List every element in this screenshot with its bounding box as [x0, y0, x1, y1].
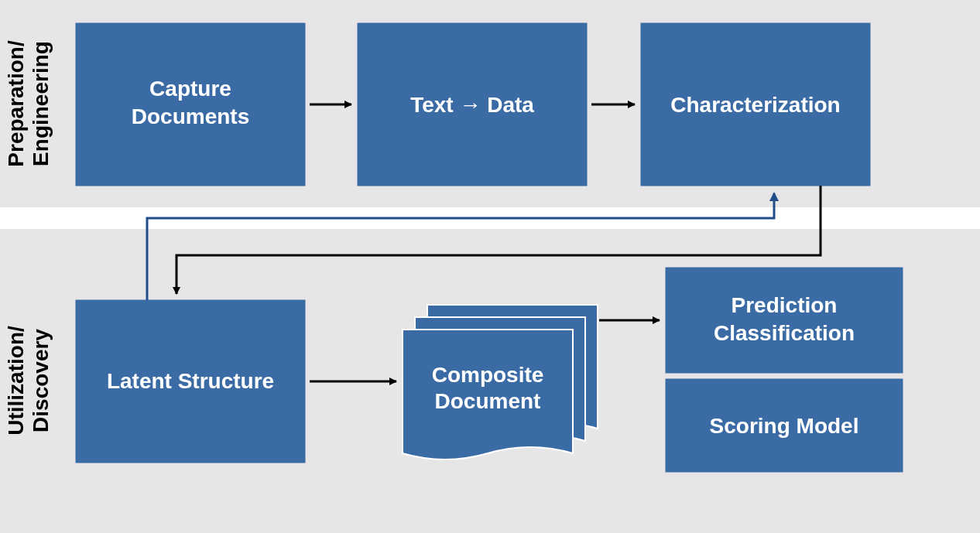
svg-text:Engineering: Engineering: [29, 41, 53, 166]
node-capture-documents: Capture Documents: [76, 23, 305, 186]
node-text-to-data: Text → Data: [358, 23, 587, 186]
node-characterization-label: Characterization: [670, 93, 840, 117]
node-scoring-model: Scoring Model: [666, 379, 903, 472]
section-bottom-label-1: Utilization/: [4, 326, 28, 436]
section-top-label-1: Preparation/: [4, 40, 28, 167]
node-latent-label: Latent Structure: [107, 369, 274, 393]
pipeline-diagram: Preparation/ Engineering Utilization/ Di…: [0, 0, 980, 533]
svg-text:Preparation/: Preparation/: [4, 40, 28, 167]
node-composite-line2: Document: [435, 389, 541, 413]
node-prediction-line2: Classification: [714, 321, 855, 345]
svg-text:Discovery: Discovery: [29, 329, 53, 432]
node-composite-document: Composite Document: [403, 305, 598, 460]
node-text-to-data-label: Text → Data: [410, 93, 534, 117]
section-preparation-label: Preparation/ Engineering: [4, 40, 53, 167]
section-bottom-label-2: Discovery: [29, 329, 53, 432]
node-characterization: Characterization: [641, 23, 870, 186]
node-latent-structure: Latent Structure: [76, 300, 305, 463]
node-capture-line1: Capture: [149, 77, 231, 101]
node-scoring-label: Scoring Model: [710, 414, 859, 438]
svg-text:Utilization/: Utilization/: [4, 326, 28, 436]
svg-rect-8: [666, 268, 903, 373]
node-composite-line1: Composite: [432, 363, 544, 387]
node-prediction-line1: Prediction: [732, 293, 838, 317]
node-prediction-classification: Prediction Classification: [666, 268, 903, 373]
section-utilization-label: Utilization/ Discovery: [4, 326, 53, 436]
section-top-label-2: Engineering: [29, 41, 53, 166]
node-capture-line2: Documents: [132, 104, 249, 128]
